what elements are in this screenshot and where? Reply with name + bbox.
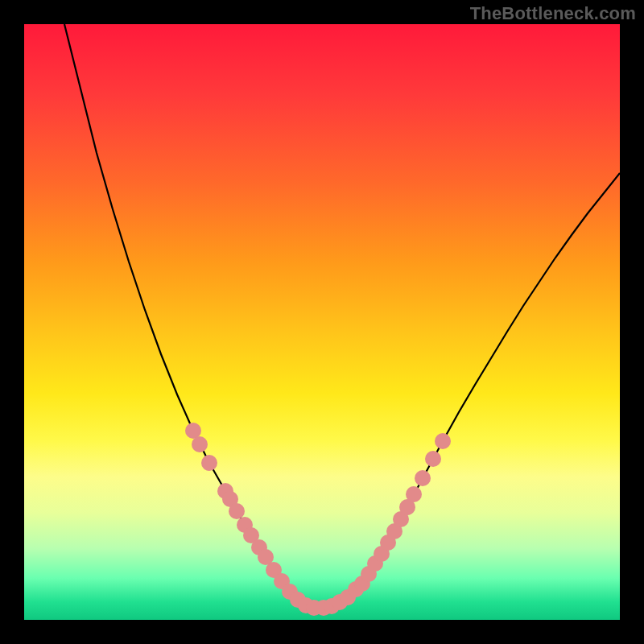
bead-marker <box>435 433 451 449</box>
bead-marker <box>425 451 441 467</box>
watermark-text: TheBottleneck.com <box>470 3 636 24</box>
bead-marker <box>415 470 431 486</box>
plot-area <box>24 24 620 620</box>
curve-layer <box>64 24 620 608</box>
outer-frame: TheBottleneck.com <box>0 0 644 644</box>
chart-svg <box>24 24 620 620</box>
bottleneck-curve <box>64 24 620 608</box>
bead-marker <box>229 503 245 519</box>
bead-marker <box>192 436 208 452</box>
markers-layer <box>185 423 451 616</box>
bead-marker <box>201 455 217 471</box>
bead-marker <box>406 486 422 502</box>
bead-marker <box>185 423 201 439</box>
